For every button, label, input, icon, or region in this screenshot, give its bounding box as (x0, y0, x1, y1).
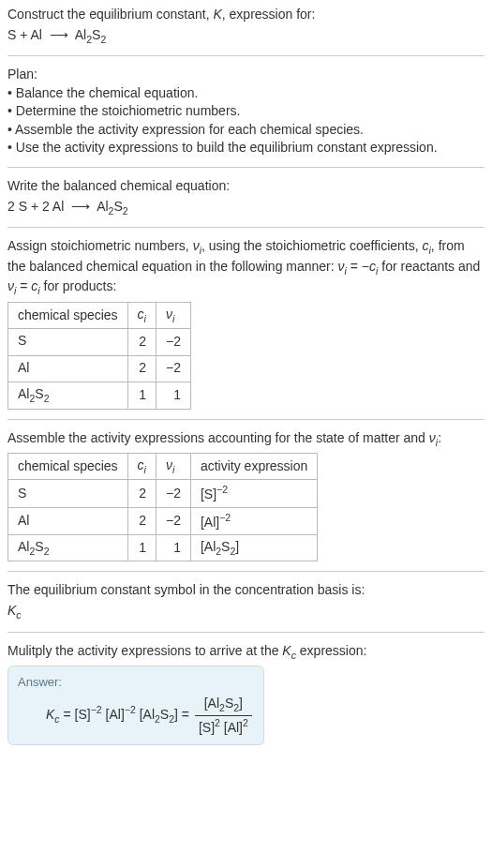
v-cell: −2 (156, 480, 190, 507)
eq-sign: = (178, 707, 193, 722)
multiply-block: Mulitply the activity expressions to arr… (7, 642, 485, 662)
v-cell: 1 (156, 534, 190, 561)
divider (7, 55, 485, 56)
species-text: S (18, 486, 26, 501)
c-cell: 1 (127, 534, 156, 561)
term: ] (239, 696, 243, 711)
fraction-denominator: [S]2 [Al]2 (195, 716, 252, 737)
species-text: S (35, 386, 43, 401)
c-cell: 2 (127, 480, 156, 507)
balanced-title: Write the balanced chemical equation: (7, 177, 485, 196)
intro-text: Construct the equilibrium constant, (7, 7, 213, 22)
table-row: Al2S2 1 1 (8, 382, 191, 409)
table-row: S 2 −2 [S]−2 (8, 480, 318, 507)
intro-rhs: Al2S2 (75, 27, 106, 42)
plan-item: • Balance the chemical equation. (7, 84, 485, 103)
species-cell: Al2S2 (8, 382, 128, 409)
term: [Al (204, 696, 219, 711)
divider (7, 227, 485, 228)
species-cell: Al2S2 (8, 534, 128, 561)
balanced-lhs: 2 S + 2 Al (7, 199, 64, 214)
term-exp: −2 (125, 705, 136, 716)
species-sub: 2 (44, 393, 50, 404)
table-header: ci (127, 302, 156, 328)
term: [S] (199, 719, 215, 734)
K-symbol: K (46, 707, 54, 722)
c-cell: 2 (127, 507, 156, 534)
balanced-rhs: Al2S2 (97, 199, 127, 214)
arrow-icon: ⟶ (50, 27, 68, 42)
table-header: activity expression (190, 454, 317, 480)
nu-sub: i (172, 464, 174, 475)
table-header: chemical species (8, 454, 128, 480)
K-symbol: K (282, 643, 291, 658)
nu-symbol: ν (429, 430, 436, 445)
activity-table: chemical species ci νi activity expressi… (7, 453, 318, 561)
term: S (225, 696, 233, 711)
intro-block: Construct the equilibrium constant, K, e… (7, 6, 485, 46)
balanced-reaction: 2 S + 2 Al ⟶ Al2S2 (7, 198, 485, 217)
species-text: S (18, 333, 26, 348)
nu-symbol: ν (193, 238, 200, 253)
nu-symbol: ν (338, 259, 345, 274)
multiply-text: Mulitply the activity expressions to arr… (7, 643, 282, 658)
nu-symbol: ν (166, 457, 172, 472)
divider (7, 419, 485, 420)
species-sub: 2 (44, 546, 50, 557)
assemble-text: : (438, 430, 441, 445)
c-sub: i (144, 464, 146, 475)
activity-base: [S] (201, 486, 216, 501)
balanced-block: Write the balanced chemical equation: 2 … (7, 177, 485, 217)
term-exp: 2 (243, 717, 248, 728)
species-text: Al (97, 199, 108, 214)
K-symbol: K (7, 603, 16, 618)
v-cell: −2 (156, 507, 190, 534)
species-cell: S (8, 480, 128, 507)
intro-K: K (213, 7, 221, 22)
plan-item: • Use the activity expressions to build … (7, 139, 485, 157)
plan-title: Plan: (7, 66, 485, 84)
table-header-row: chemical species ci νi (8, 302, 191, 328)
c-symbol: c (138, 307, 144, 322)
assign-text: for reactants and (378, 259, 480, 274)
answer-box: Answer: Kc = [S]−2 [Al]−2 [Al2S2] = [Al2… (7, 666, 264, 745)
term: [S] (75, 707, 91, 722)
species-sub: 2 (100, 33, 106, 44)
c-cell: 2 (127, 329, 156, 355)
multiply-text: expression: (296, 643, 366, 658)
plan-item: • Determine the stoichiometric numbers. (7, 102, 485, 121)
table-header: νi (156, 302, 190, 328)
c-symbol: c (369, 259, 376, 274)
activity-cell: [Al2S2] (190, 534, 317, 561)
assign-text: for products: (40, 278, 117, 293)
eq-text: = (16, 278, 31, 293)
table-header: νi (156, 454, 190, 480)
eq-sign: = (60, 707, 75, 722)
nu-sub: i (172, 312, 174, 323)
assign-text: , using the stoichiometric coefficients, (201, 238, 423, 253)
intro-text2: , expression for: (222, 7, 316, 22)
activity-exp: −2 (216, 484, 228, 495)
table-header: chemical species (8, 302, 128, 328)
basis-text: The equilibrium constant symbol in the c… (7, 581, 485, 600)
species-text: Al (18, 539, 29, 554)
table-row: Al 2 −2 (8, 355, 191, 382)
c-symbol: c (138, 457, 144, 472)
activity-base: [Al (201, 539, 216, 554)
eq-text: = − (347, 259, 369, 274)
divider (7, 632, 485, 633)
species-cell: Al (8, 355, 128, 382)
table-row: S 2 −2 (8, 329, 191, 355)
K-sub: c (16, 609, 21, 621)
arrow-icon: ⟶ (71, 199, 90, 214)
term-exp: −2 (91, 705, 102, 716)
basis-block: The equilibrium constant symbol in the c… (7, 581, 485, 621)
v-cell: −2 (156, 355, 190, 382)
table-header-row: chemical species ci νi activity expressi… (8, 454, 318, 480)
species-text: S (92, 27, 100, 42)
c-cell: 1 (127, 382, 156, 409)
species-text: Al (18, 513, 29, 528)
v-cell: 1 (156, 382, 190, 409)
term: [Al] (106, 707, 125, 722)
v-cell: −2 (156, 329, 190, 355)
